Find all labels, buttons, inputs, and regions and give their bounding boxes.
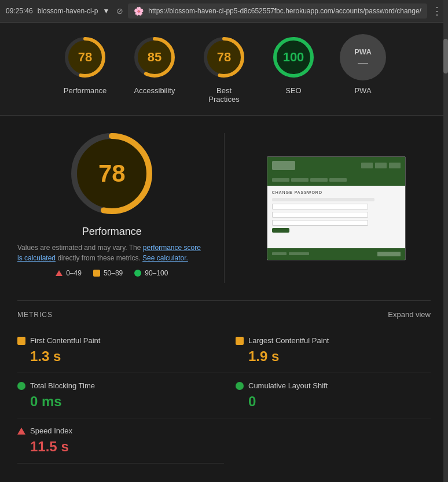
- tbt-label: Total Blocking Time: [30, 381, 95, 390]
- large-performance-value: 78: [98, 160, 126, 187]
- seo-value: 100: [283, 50, 304, 65]
- legend-orange: 50–89: [93, 269, 123, 277]
- browser-time: 09:25:46: [6, 7, 33, 15]
- metric-cls-name: Cumulative Layout Shift: [236, 381, 431, 390]
- performance-section: 78 Performance Values are estimated and …: [17, 127, 431, 289]
- scrollbar-thumb[interactable]: [443, 39, 448, 73]
- performance-description: Values are estimated and may vary. The p…: [17, 242, 207, 263]
- legend-green-icon: [134, 270, 141, 277]
- fcp-value: 1.3 s: [17, 348, 212, 365]
- performance-detail-title: Performance: [82, 226, 142, 237]
- expand-view-button[interactable]: Expand view: [388, 310, 431, 319]
- lcp-label: Largest Contentful Paint: [248, 336, 329, 345]
- pwa-circle: PWA —: [340, 34, 386, 80]
- large-performance-circle: 78: [65, 127, 158, 220]
- legend-red-icon: [56, 270, 63, 276]
- fcp-indicator: [17, 337, 25, 345]
- metric-si-name: Speed Index: [17, 426, 212, 435]
- main-content: 78 Performance Values are estimated and …: [0, 116, 448, 475]
- accessibility-label: Accessibility: [134, 86, 175, 95]
- browser-more-button[interactable]: ⋮: [432, 5, 442, 17]
- legend-green: 90–100: [134, 269, 168, 277]
- cls-label: Cumulative Layout Shift: [248, 381, 328, 390]
- url-text: https://blossom-haven-ci-pp5-d8c652557fb…: [148, 7, 421, 15]
- score-seo[interactable]: 100 SEO: [270, 34, 317, 95]
- scores-section: 78 Performance 85 Accessibility 78 BestP…: [0, 23, 448, 116]
- best-practices-label: BestPractices: [208, 86, 239, 104]
- seo-label: SEO: [285, 86, 301, 95]
- performance-circle: 78: [62, 34, 108, 80]
- fcp-label: First Contentful Paint: [30, 336, 100, 345]
- browser-menu-icon: ▼: [102, 7, 109, 15]
- pwa-label: PWA: [354, 86, 371, 95]
- lcp-value: 1.9 s: [236, 348, 431, 365]
- legend-red: 0–49: [56, 269, 82, 277]
- metric-si: Speed Index 11.5 s: [17, 418, 224, 463]
- score-best-practices[interactable]: 78 BestPractices: [201, 34, 247, 104]
- seo-circle: 100: [270, 34, 317, 80]
- metric-fcp: First Contentful Paint 1.3 s: [17, 328, 224, 373]
- accessibility-value: 85: [148, 50, 161, 65]
- metric-tbt: Total Blocking Time 0 ms: [17, 373, 224, 418]
- tbt-value: 0 ms: [17, 393, 212, 410]
- pwa-text: PWA: [354, 47, 372, 56]
- si-label: Speed Index: [30, 426, 72, 435]
- performance-label: Performance: [64, 86, 107, 95]
- metrics-title: METRICS: [17, 311, 53, 319]
- metric-cls: Cumulative Layout Shift 0: [224, 373, 431, 418]
- performance-left: 78 Performance Values are estimated and …: [17, 127, 207, 289]
- screenshot-header: [267, 157, 405, 174]
- vertical-divider: [224, 133, 225, 283]
- performance-value: 78: [78, 50, 92, 65]
- metrics-divider: [17, 300, 431, 301]
- cls-indicator: [236, 382, 244, 390]
- metric-tbt-name: Total Blocking Time: [17, 381, 212, 390]
- site-icon: 🌸: [134, 6, 144, 16]
- metric-fcp-name: First Contentful Paint: [17, 336, 212, 345]
- legend-green-label: 90–100: [145, 269, 168, 277]
- lcp-indicator: [236, 337, 244, 345]
- performance-right: CHANGE PASSWORD: [242, 127, 431, 289]
- metric-lcp-name: Largest Contentful Paint: [236, 336, 431, 345]
- browser-chrome: 09:25:46 blossom-haven-ci-p ▼ ⊘ 🌸 https:…: [0, 0, 448, 23]
- si-value: 11.5 s: [17, 439, 212, 455]
- blocked-icon: ⊘: [116, 6, 123, 16]
- si-indicator: [17, 428, 25, 435]
- perf-mid-text: directly from these metrics.: [56, 254, 142, 262]
- legend-red-label: 0–49: [66, 269, 82, 277]
- screenshot-body: CHANGE PASSWORD: [267, 186, 405, 248]
- screenshot-logo: [272, 161, 295, 170]
- metric-lcp: Largest Contentful Paint 1.9 s: [224, 328, 431, 373]
- page-screenshot: CHANGE PASSWORD: [267, 156, 406, 260]
- browser-title-text: blossom-haven-ci-p: [38, 7, 98, 15]
- metrics-header: METRICS Expand view: [17, 310, 431, 319]
- best-practices-value: 78: [217, 50, 231, 65]
- perf-desc-text: Values are estimated and may vary. The: [17, 244, 143, 252]
- accessibility-circle: 85: [131, 34, 178, 80]
- cls-value: 0: [236, 393, 431, 410]
- score-legend: 0–49 50–89 90–100: [56, 269, 168, 277]
- perf-calculator-link[interactable]: See calculator.: [142, 254, 188, 262]
- tbt-indicator: [17, 382, 25, 390]
- score-pwa[interactable]: PWA — PWA: [340, 34, 386, 95]
- scrollbar[interactable]: [443, 0, 448, 482]
- legend-orange-label: 50–89: [104, 269, 123, 277]
- url-bar[interactable]: 🌸 https://blossom-haven-ci-pp5-d8c652557…: [128, 3, 427, 19]
- metrics-grid: First Contentful Paint 1.3 s Largest Con…: [17, 328, 431, 463]
- best-practices-circle: 78: [201, 34, 247, 80]
- legend-orange-icon: [93, 270, 100, 277]
- pwa-dash: —: [358, 57, 368, 68]
- score-accessibility[interactable]: 85 Accessibility: [131, 34, 178, 95]
- score-performance[interactable]: 78 Performance: [62, 34, 108, 95]
